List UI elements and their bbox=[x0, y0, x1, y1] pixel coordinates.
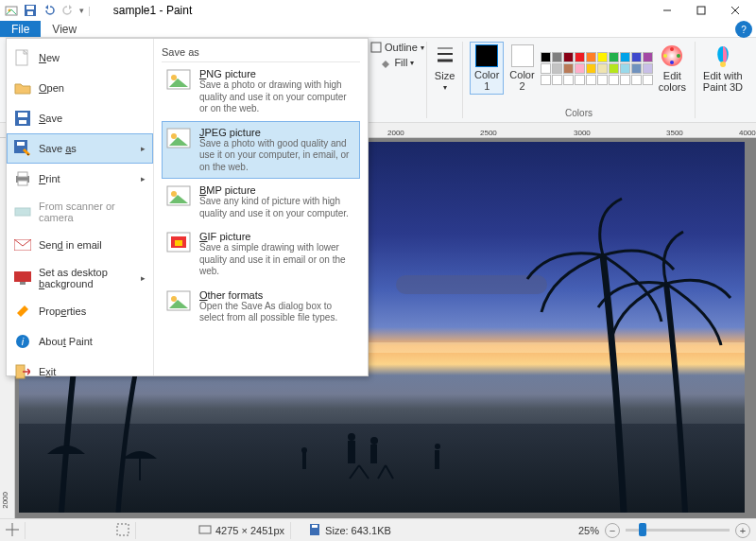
svg-rect-25 bbox=[435, 450, 439, 469]
edit-colors-label: Edit colors bbox=[659, 70, 686, 93]
color1-button[interactable]: Color 1 bbox=[470, 42, 504, 95]
paint3d-button[interactable]: Edit with Paint 3D bbox=[701, 42, 745, 95]
file-menu-about[interactable]: iAbout Paint bbox=[7, 326, 153, 357]
paint3d-label: Edit with Paint 3D bbox=[703, 70, 743, 93]
color-swatch[interactable] bbox=[575, 52, 585, 62]
color-swatch[interactable] bbox=[575, 63, 585, 74]
close-button[interactable] bbox=[718, 0, 752, 21]
color-swatch[interactable] bbox=[609, 75, 619, 85]
file-menu-properties[interactable]: Properties bbox=[7, 296, 153, 326]
color-swatch[interactable] bbox=[563, 63, 574, 74]
svg-rect-47 bbox=[20, 282, 26, 285]
saveas-heading: Save as bbox=[162, 44, 360, 62]
color-swatch[interactable] bbox=[609, 52, 619, 62]
zoom-out-button[interactable]: − bbox=[605, 523, 620, 538]
fill-button[interactable]: Fill▾ bbox=[380, 57, 414, 68]
saveas-jpeg-desc: Save a photo with good quality and use i… bbox=[199, 138, 356, 174]
color-swatch[interactable] bbox=[586, 63, 596, 74]
svg-point-15 bbox=[677, 54, 680, 58]
statusbar: 4275 × 2451px Size: 643.1KB 25% − + bbox=[0, 518, 756, 541]
file-tab[interactable]: File bbox=[0, 21, 41, 37]
svg-rect-32 bbox=[199, 526, 211, 533]
jpeg-icon bbox=[165, 127, 192, 153]
zoom-in-button[interactable]: + bbox=[735, 523, 750, 538]
color-swatch[interactable] bbox=[563, 52, 574, 62]
svg-rect-6 bbox=[697, 7, 705, 14]
info-icon: i bbox=[14, 333, 31, 350]
color-swatch[interactable] bbox=[631, 75, 642, 85]
color-swatch[interactable] bbox=[631, 63, 642, 74]
svg-point-61 bbox=[171, 296, 177, 302]
ribbon-tabs: File View ? bbox=[0, 21, 756, 38]
file-menu-scanner[interactable]: From scanner or camera bbox=[7, 194, 153, 230]
file-menu-print[interactable]: Print▸ bbox=[7, 164, 153, 194]
saveas-jpeg[interactable]: JPEG pictureSave a photo with good quali… bbox=[162, 121, 360, 180]
color-palette[interactable] bbox=[541, 52, 653, 85]
help-icon[interactable]: ? bbox=[735, 21, 752, 38]
color-swatch[interactable] bbox=[552, 52, 562, 62]
qat-dropdown[interactable]: ▾ bbox=[79, 6, 84, 15]
color2-button[interactable]: Color 2 bbox=[507, 43, 536, 94]
color-swatch[interactable] bbox=[643, 75, 653, 85]
zoom-value: 25% bbox=[578, 525, 599, 536]
minimize-button[interactable] bbox=[650, 0, 684, 21]
color-swatch[interactable] bbox=[563, 75, 574, 85]
color-swatch[interactable] bbox=[586, 52, 596, 62]
color-swatch[interactable] bbox=[643, 52, 653, 62]
undo-icon[interactable] bbox=[42, 3, 57, 18]
color-swatch[interactable] bbox=[620, 63, 630, 74]
filesize-value: Size: 643.1KB bbox=[325, 525, 391, 536]
color-swatch[interactable] bbox=[541, 75, 551, 85]
saveas-png[interactable]: PNG pictureSave a photo or drawing with … bbox=[162, 62, 360, 121]
size-button[interactable]: Size▾ bbox=[433, 42, 456, 94]
color-swatch[interactable] bbox=[552, 75, 562, 85]
color-swatch[interactable] bbox=[541, 52, 551, 62]
maximize-button[interactable] bbox=[684, 0, 718, 21]
color-swatch[interactable] bbox=[575, 75, 585, 85]
ribbon-group-colors: Color 1 Color 2 Edit colors Colors bbox=[463, 42, 696, 118]
color-swatch[interactable] bbox=[597, 63, 608, 74]
svg-rect-37 bbox=[18, 113, 27, 117]
saveas-bmp[interactable]: BMP pictureSave any kind of picture with… bbox=[162, 179, 360, 225]
color-swatch[interactable] bbox=[586, 75, 596, 85]
svg-rect-23 bbox=[302, 452, 306, 469]
save-icon[interactable] bbox=[23, 3, 38, 18]
file-menu-set-background[interactable]: Set as desktop background▸ bbox=[7, 260, 153, 296]
svg-rect-40 bbox=[17, 142, 25, 146]
file-menu-new[interactable]: NNewew bbox=[7, 43, 153, 73]
edit-colors-button[interactable]: Edit colors bbox=[657, 42, 688, 95]
svg-point-22 bbox=[370, 437, 378, 445]
color-swatch[interactable] bbox=[643, 63, 653, 74]
file-menu-save[interactable]: Save bbox=[7, 103, 153, 133]
svg-point-18 bbox=[720, 61, 726, 67]
file-menu-open[interactable]: Open bbox=[7, 73, 153, 103]
file-menu-exit[interactable]: Exit bbox=[7, 357, 153, 387]
file-menu-scanner-label: From scanner or camera bbox=[39, 201, 146, 223]
properties-icon bbox=[14, 303, 31, 320]
color-swatch[interactable] bbox=[620, 75, 630, 85]
color-swatch[interactable] bbox=[597, 52, 608, 62]
print-icon bbox=[14, 170, 31, 187]
file-menu-saveas-panel: Save as PNG pictureSave a photo or drawi… bbox=[154, 39, 368, 375]
color-swatch[interactable] bbox=[620, 52, 630, 62]
color-swatch[interactable] bbox=[552, 63, 562, 74]
color-swatch[interactable] bbox=[631, 52, 642, 62]
svg-point-56 bbox=[171, 191, 177, 197]
file-menu-save-as[interactable]: Save as▸ bbox=[7, 133, 153, 164]
zoom-slider[interactable] bbox=[626, 529, 730, 532]
svg-point-52 bbox=[171, 75, 177, 80]
svg-rect-31 bbox=[117, 524, 129, 535]
color-swatch[interactable] bbox=[597, 75, 608, 85]
color2-label: Color 2 bbox=[509, 69, 534, 92]
color-swatch[interactable] bbox=[541, 63, 551, 74]
color-swatch[interactable] bbox=[609, 63, 619, 74]
file-menu-send-email[interactable]: Send in email bbox=[7, 230, 153, 260]
svg-rect-43 bbox=[18, 181, 27, 185]
selection-icon bbox=[116, 523, 129, 538]
saveas-gif[interactable]: GIF pictureSave a simple drawing with lo… bbox=[162, 225, 360, 284]
svg-rect-19 bbox=[348, 441, 355, 463]
view-tab[interactable]: View bbox=[41, 21, 88, 37]
redo-icon[interactable] bbox=[60, 3, 76, 18]
outline-button[interactable]: Outline▾ bbox=[370, 42, 424, 53]
saveas-other[interactable]: Other formatsOpen the Save As dialog box… bbox=[162, 284, 360, 330]
